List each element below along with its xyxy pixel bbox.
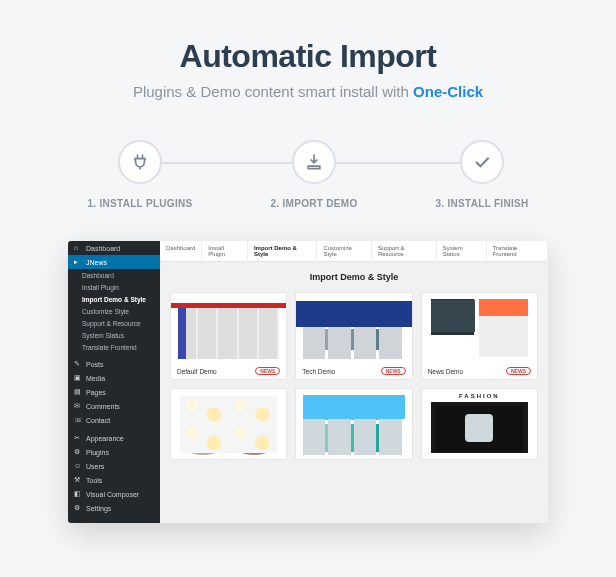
demo-name: Tech Demo (302, 368, 335, 375)
step-install-finish: 3. INSTALL FINISH (435, 140, 528, 209)
sidebar-item-dashboard[interactable]: ⌂Dashboard (68, 241, 160, 255)
sidebar-item-settings[interactable]: ⚙Settings (68, 501, 160, 515)
demo-card-tech[interactable]: Tech DemoNEWS (295, 292, 412, 380)
tab-customize[interactable]: Customize Style (317, 241, 372, 261)
settings-icon: ⚙ (74, 504, 82, 512)
sidebar-item-label: MailChimp for WP (86, 523, 142, 524)
sidebar-item-label: Pages (86, 389, 106, 396)
sidebar-item-plugins[interactable]: ⚙Plugins (68, 445, 160, 459)
contact-icon: ☏ (74, 416, 82, 424)
sidebar-item-mailchimp[interactable]: ✉MailChimp for WP (68, 519, 160, 523)
steps-row: 1. INSTALL PLUGINS 2. IMPORT DEMO 3. INS… (0, 140, 616, 209)
wp-sidebar: ⌂Dashboard ▸JNews Dashboard Install Plug… (68, 241, 160, 523)
sidebar-sub-dashboard[interactable]: Dashboard (68, 269, 160, 281)
sidebar-item-label: Comments (86, 403, 120, 410)
sidebar-item-label: Visual Composer (86, 491, 139, 498)
sidebar-sub-translate[interactable]: Translate Frontend (68, 341, 160, 353)
page-icon: ▤ (74, 388, 82, 396)
download-icon (292, 140, 336, 184)
demo-thumb (296, 293, 411, 363)
step-label: 2. IMPORT DEMO (270, 198, 357, 209)
sidebar-item-vc[interactable]: ◧Visual Composer (68, 487, 160, 501)
tab-translate[interactable]: Translate Frontend (487, 241, 548, 261)
media-icon: ▣ (74, 374, 82, 382)
demo-grid: Default DemoNEWS Tech DemoNEWS News Demo… (160, 292, 548, 470)
tab-install-plugin[interactable]: Install Plugin (202, 241, 248, 261)
sidebar-item-label: Dashboard (86, 245, 120, 252)
sidebar-item-appearance[interactable]: ✂Appearance (68, 431, 160, 445)
plug-icon (118, 140, 162, 184)
tab-dashboard[interactable]: Dashboard (160, 241, 202, 261)
page-title: Automatic Import (0, 38, 616, 75)
sidebar-item-label: JNews (86, 259, 107, 266)
dashboard-icon: ⌂ (74, 244, 82, 252)
sidebar-item-label: Media (86, 375, 105, 382)
user-icon: ☺ (74, 462, 82, 470)
sidebar-sub-import-demo[interactable]: Import Demo & Style (68, 293, 160, 305)
wp-content: Dashboard Install Plugin Import Demo & S… (160, 241, 548, 523)
demo-card-travel[interactable] (295, 388, 412, 460)
demo-badge: NEWS (381, 367, 406, 375)
sidebar-item-comments[interactable]: ✉Comments (68, 399, 160, 413)
sidebar-item-tools[interactable]: ⚒Tools (68, 473, 160, 487)
demo-card-food[interactable] (170, 388, 287, 460)
wp-tabs: Dashboard Install Plugin Import Demo & S… (160, 241, 548, 262)
demo-thumb (171, 293, 286, 363)
page-subtitle: Plugins & Demo content smart install wit… (0, 83, 616, 100)
pin-icon: ✎ (74, 360, 82, 368)
sidebar-item-posts[interactable]: ✎Posts (68, 357, 160, 371)
sidebar-item-label: Users (86, 463, 104, 470)
demo-badge: NEWS (255, 367, 280, 375)
sidebar-item-label: Appearance (86, 435, 124, 442)
sidebar-item-label: Plugins (86, 449, 109, 456)
sidebar-item-jnews[interactable]: ▸JNews (68, 255, 160, 269)
demo-name: Default Demo (177, 368, 217, 375)
demo-card-default[interactable]: Default DemoNEWS (170, 292, 287, 380)
vc-icon: ◧ (74, 490, 82, 498)
demo-card-news[interactable]: News DemoNEWS (421, 292, 538, 380)
sidebar-sub-system[interactable]: System Status (68, 329, 160, 341)
demo-badge: NEWS (506, 367, 531, 375)
comment-icon: ✉ (74, 402, 82, 410)
sidebar-item-label: Contact (86, 417, 110, 424)
demo-thumb (422, 389, 537, 459)
sidebar-item-users[interactable]: ☺Users (68, 459, 160, 473)
demo-card-fashion[interactable] (421, 388, 538, 460)
demo-thumb (422, 293, 537, 363)
theme-icon: ▸ (74, 258, 82, 266)
step-install-plugins: 1. INSTALL PLUGINS (87, 140, 192, 209)
sidebar-item-label: Posts (86, 361, 104, 368)
mailchimp-icon: ✉ (74, 522, 82, 523)
subtitle-accent: One-Click (413, 83, 483, 100)
sidebar-item-label: Settings (86, 505, 111, 512)
demo-thumb (171, 389, 286, 459)
appearance-icon: ✂ (74, 434, 82, 442)
step-label: 1. INSTALL PLUGINS (87, 198, 192, 209)
tab-system[interactable]: System Status (437, 241, 487, 261)
plugin-icon: ⚙ (74, 448, 82, 456)
sidebar-sub-support[interactable]: Support & Resource (68, 317, 160, 329)
sidebar-item-contact[interactable]: ☏Contact (68, 413, 160, 427)
sidebar-sub-customize[interactable]: Customize Style (68, 305, 160, 317)
panel-heading: Import Demo & Style (160, 262, 548, 292)
admin-panel: ⌂Dashboard ▸JNews Dashboard Install Plug… (68, 241, 548, 523)
tools-icon: ⚒ (74, 476, 82, 484)
tab-support[interactable]: Support & Resource (372, 241, 437, 261)
sidebar-sub-install-plugin[interactable]: Install Plugin (68, 281, 160, 293)
check-icon (460, 140, 504, 184)
step-label: 3. INSTALL FINISH (435, 198, 528, 209)
sidebar-item-pages[interactable]: ▤Pages (68, 385, 160, 399)
demo-thumb (296, 389, 411, 459)
step-import-demo: 2. IMPORT DEMO (270, 140, 357, 209)
demo-name: News Demo (428, 368, 463, 375)
subtitle-text: Plugins & Demo content smart install wit… (133, 83, 413, 100)
tab-import-demo[interactable]: Import Demo & Style (248, 241, 317, 261)
sidebar-item-label: Tools (86, 477, 102, 484)
sidebar-item-media[interactable]: ▣Media (68, 371, 160, 385)
